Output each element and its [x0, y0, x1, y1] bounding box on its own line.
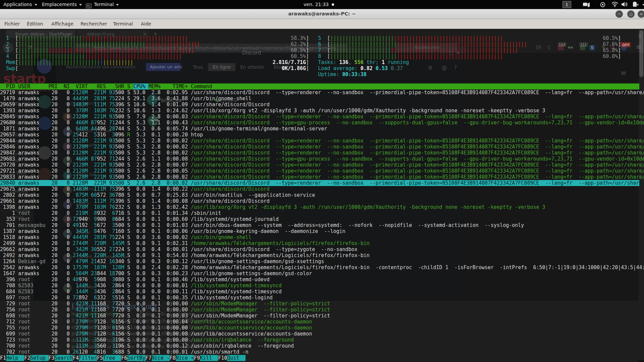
- places-menu[interactable]: Emplacements: [42, 0, 82, 9]
- process-row-708[interactable]: 708 62583 20 0 144M 3436 2864 S 0.0 0.0 …: [0, 283, 282, 289]
- process-row-1[interactable]: 1 root 20 0 219M 8932 6716 S 0.0 0.1 0:0…: [0, 210, 221, 216]
- tray-chevron-icon[interactable]: [640, 0, 644, 9]
- process-row-712[interactable]: 712 root 20 0 279M 7128 6156 S 0.0 0.1 0…: [0, 319, 312, 325]
- process-row-2802[interactable]: 2802 arawaks 20 0 875M 60572 36780 S 0.0…: [0, 192, 315, 198]
- meter-8: 8 [|||||||||||||||||||||||||||||||||||||…: [0, 53, 621, 59]
- process-row-29846[interactable]: 29846 arawaks 20 0 2128M 221M 93500 S 5.…: [0, 144, 644, 150]
- process-row-29675[interactable]: 29675 arawaks 20 0 1483M 111M 75396 S 0.…: [0, 186, 270, 192]
- process-row-396[interactable]: 396 root 20 0 48976 5908 3080 S 0.0 0.1 …: [0, 277, 270, 283]
- menu-rechercher[interactable]: Rechercher: [80, 19, 107, 29]
- meter-5: 5 [|||||||||||||||||||||||||||||||||||||…: [0, 35, 621, 41]
- process-row-2492[interactable]: 2492 arawaks 20 0 2744M 720M 145M S 0.0 …: [0, 252, 370, 258]
- process-row-1393[interactable]: 1393 arawaks 20 0 378M 103M 76232 S 10.6…: [0, 108, 545, 114]
- process-row-702[interactable]: 702 root 20 0 26120 4816 3688 S 0.0 0.1 …: [0, 349, 249, 355]
- terminal-titlebar[interactable]: arawaks@arawaks-PC: ~ − ▢ ✕: [0, 9, 644, 19]
- process-row-697[interactable]: 697 root 20 0 72892 6332 5516 S 0.0 0.1 …: [0, 295, 273, 301]
- process-row-29680[interactable]: 29680 arawaks 20 0 466M 87952 71244 S 5.…: [0, 120, 644, 126]
- process-row-29847[interactable]: 29847 arawaks 20 0 2128M 221M 93500 S 5.…: [0, 150, 644, 156]
- process-row-1398[interactable]: 1398 arawaks 20 0 378M 103M 76232 S 0.0 …: [0, 204, 545, 210]
- process-row-701[interactable]: 701 messagebu 20 0 49192 5672 3500 S 0.0…: [0, 222, 524, 228]
- table-header[interactable]: PID USER PRI NI VIRT RES SHR S CPU% MEM%…: [0, 83, 639, 89]
- process-row-698[interactable]: 698 root 20 0 421M 11168 7720 S 0.0 0.1 …: [0, 313, 330, 319]
- process-row-29844[interactable]: 29844 arawaks 20 0 2128M 221M 93500 S 5.…: [0, 138, 644, 144]
- process-row-723[interactable]: 723 root 20 0 111M 3560 3196 S 0.0 0.0 0…: [0, 337, 294, 343]
- process-row-29845[interactable]: 29845 arawaks 20 0 2128M 221M 93500 S 7.…: [0, 114, 644, 120]
- meter-6: 6 [|||||||||||||||||||||||||||||||||||||…: [0, 41, 621, 47]
- chevron-down-icon: [116, 4, 119, 6]
- meter-7: 7 [|||||||||||||||||||||||||||||||||||||…: [0, 47, 621, 53]
- applications-menu[interactable]: Applications: [3, 0, 37, 9]
- process-row-29719[interactable]: 29719 arawaks 20 0 2128M 221M 93500 S 53…: [0, 89, 644, 96]
- clock[interactable]: ven. 21:33: [304, 0, 334, 9]
- htop-screen: 1 [|||||||||||||||||||||||||||||||||||||…: [0, 29, 644, 362]
- process-row-353[interactable]: 353 root 20 0 72940 9900 8684 S 0.0 0.1 …: [0, 216, 279, 222]
- location-icon[interactable]: [600, 2, 606, 8]
- wifi-icon[interactable]: [611, 2, 618, 7]
- process-row-29661[interactable]: 29661 arawaks 20 0 1483M 111M 75396 S 0.…: [0, 198, 270, 204]
- volume-icon[interactable]: [621, 2, 628, 7]
- minimize-button[interactable]: −: [615, 10, 623, 18]
- process-row-1479[interactable]: 1479 arawaks 20 0 4445M 281M 75224 S 29.…: [0, 96, 252, 102]
- process-row-755[interactable]: 755 root 20 0 279M 7128 6156 S 0.0 0.1 0…: [0, 325, 312, 331]
- process-row-29721[interactable]: 29721 arawaks 20 0 2128M 221M 93500 S 2.…: [0, 168, 644, 174]
- process-row-1871[interactable]: 1871 arawaks 20 0 640M 44496 28744 S 5.3…: [0, 126, 327, 132]
- close-button[interactable]: ✕: [638, 10, 644, 18]
- load-average: Load average: 0.82 0.53 0.37: [0, 65, 403, 71]
- menu-édition[interactable]: Édition: [27, 19, 43, 29]
- gnome-top-bar: Applications Emplacements >_Terminal ven…: [0, 0, 644, 9]
- process-row-29833[interactable]: 29833 arawaks 20 0 2128M 221M 93500 S 2.…: [0, 174, 644, 180]
- maximize-button[interactable]: ▢: [627, 10, 635, 18]
- notification-dot-icon: [332, 3, 334, 6]
- process-row-29720[interactable]: 29720 arawaks 20 0 2128M 221M 93500 S 2.…: [0, 162, 644, 168]
- process-row-729[interactable]: 729 root 20 0 421M 11168 7720 S 0.0 0.1 …: [0, 301, 330, 307]
- process-row-684[interactable]: 684 62583 20 0 144M 3436 2864 S 0.0 0.0 …: [0, 289, 282, 295]
- menu-aide[interactable]: Aide: [141, 19, 151, 29]
- menu-fichier[interactable]: Fichier: [4, 19, 20, 29]
- terminal-content[interactable]: forum debian - StartPage×debian-fr.org×+…: [0, 29, 644, 362]
- process-row-29657[interactable]: 29657 arawaks 20 0 25412 5316 3096 R 5.3…: [0, 132, 203, 138]
- process-row-1518[interactable]: 1518 arawaks 20 0 4445M 281M 75224 S 0.0…: [0, 234, 252, 240]
- process-row-756[interactable]: 756 root 20 0 421M 11168 7720 S 0.0 0.1 …: [0, 307, 330, 313]
- process-row-1264[interactable]: 1264 Debian-gd 20 0 479M 21432 16340 S 0…: [0, 258, 324, 264]
- terminal-app-menu[interactable]: >_Terminal: [86, 0, 119, 9]
- process-row-29662[interactable]: 29662 arawaks 20 0 342M 30552 27224 S 0.…: [0, 246, 358, 252]
- process-row-2499[interactable]: 2499 arawaks 20 0 2744M 720M 145M S 0.0 …: [0, 240, 370, 246]
- uptime: Uptime: 00:33:38: [0, 71, 367, 77]
- process-row-29659[interactable]: 29659 arawaks 20 0 1483M 111M 75396 S 10…: [0, 102, 270, 108]
- window-title: arawaks@arawaks-PC: ~: [0, 9, 644, 19]
- terminal-menubar: FichierÉditionAffichageRechercherTermina…: [0, 19, 644, 29]
- process-row-29683[interactable]: 29683 arawaks 20 0 466M 87952 71244 S 2.…: [0, 156, 644, 162]
- chevron-down-icon: [79, 4, 82, 6]
- function-bar[interactable]: F1Help F2Setup F3SearchF4FilterF5Tree F6…: [0, 355, 246, 361]
- menu-terminal[interactable]: Terminal: [113, 19, 133, 29]
- terminal-icon: >_: [86, 3, 92, 8]
- process-row-29840[interactable]: 29840 arawaks 20 0 2128M 221M 93500 S 2.…: [0, 180, 639, 186]
- process-row-2542[interactable]: 2542 arawaks 20 0 1757M 187M 128M S 0.0 …: [0, 264, 644, 270]
- battery-icon[interactable]: [632, 2, 639, 7]
- menu-affichage[interactable]: Affichage: [51, 19, 73, 29]
- process-row-699[interactable]: 699 root 20 0 279M 7128 6156 S 0.0 0.1 0…: [0, 331, 312, 337]
- chevron-down-icon: [35, 4, 37, 6]
- tasks-summary: Tasks: 136, 556 thr; 1 running: [0, 59, 409, 65]
- screen-record-icon[interactable]: [583, 2, 590, 7]
- desktop: Applications Emplacements >_Terminal ven…: [0, 0, 644, 362]
- workspace-indicator[interactable]: 1: [562, 1, 571, 8]
- process-row-700[interactable]: 700 root 20 0 111M 3560 3196 S 0.0 0.0 0…: [0, 343, 294, 349]
- process-row-1387[interactable]: 1387 arawaks 20 0 345M 8476 7160 S 0.0 0…: [0, 228, 345, 234]
- process-row-1647[interactable]: 1647 arawaks 20 0 504M 23844 18700 S 0.0…: [0, 270, 312, 277]
